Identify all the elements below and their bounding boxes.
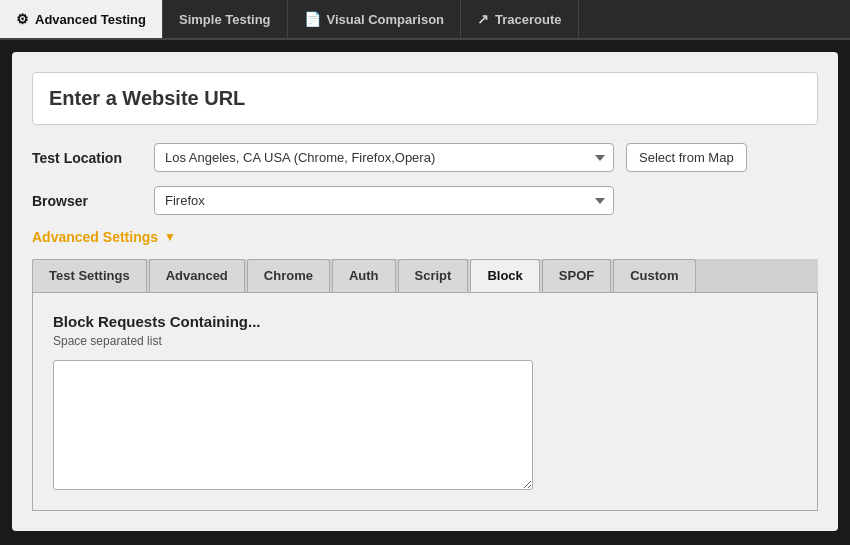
tab-advanced[interactable]: Advanced bbox=[149, 259, 245, 292]
tab-traceroute[interactable]: ↗ Traceroute bbox=[461, 0, 578, 38]
location-row: Test Location Los Angeles, CA USA (Chrom… bbox=[32, 143, 818, 172]
chevron-down-icon: ▼ bbox=[164, 230, 176, 244]
traceroute-icon: ↗ bbox=[477, 11, 489, 27]
tab-simple-testing-label: Simple Testing bbox=[179, 12, 271, 27]
advanced-settings-label: Advanced Settings bbox=[32, 229, 158, 245]
tab-test-settings[interactable]: Test Settings bbox=[32, 259, 147, 292]
url-input-container bbox=[32, 72, 818, 125]
tab-script[interactable]: Script bbox=[398, 259, 469, 292]
inner-tabs: Test Settings Advanced Chrome Auth Scrip… bbox=[32, 259, 818, 293]
block-tab-content: Block Requests Containing... Space separ… bbox=[32, 293, 818, 511]
advanced-testing-icon: ⚙ bbox=[16, 11, 29, 27]
visual-comparison-icon: 📄 bbox=[304, 11, 321, 27]
block-requests-title: Block Requests Containing... bbox=[53, 313, 797, 330]
tab-auth[interactable]: Auth bbox=[332, 259, 396, 292]
block-requests-textarea[interactable] bbox=[53, 360, 533, 490]
browser-row: Browser Firefox Chrome IE Safari bbox=[32, 186, 818, 215]
main-content: Test Location Los Angeles, CA USA (Chrom… bbox=[12, 52, 838, 531]
tab-advanced-testing[interactable]: ⚙ Advanced Testing bbox=[0, 0, 163, 38]
select-from-map-button[interactable]: Select from Map bbox=[626, 143, 747, 172]
tab-visual-comparison-label: Visual Comparison bbox=[327, 12, 445, 27]
tab-custom[interactable]: Custom bbox=[613, 259, 695, 292]
browser-label: Browser bbox=[32, 193, 142, 209]
tab-spof[interactable]: SPOF bbox=[542, 259, 611, 292]
tab-chrome[interactable]: Chrome bbox=[247, 259, 330, 292]
url-input[interactable] bbox=[49, 87, 801, 110]
browser-select[interactable]: Firefox Chrome IE Safari bbox=[154, 186, 614, 215]
block-requests-subtitle: Space separated list bbox=[53, 334, 797, 348]
advanced-settings-toggle[interactable]: Advanced Settings ▼ bbox=[32, 229, 818, 245]
location-label: Test Location bbox=[32, 150, 142, 166]
tab-traceroute-label: Traceroute bbox=[495, 12, 561, 27]
tab-advanced-testing-label: Advanced Testing bbox=[35, 12, 146, 27]
tab-simple-testing[interactable]: Simple Testing bbox=[163, 0, 288, 38]
tab-block[interactable]: Block bbox=[470, 259, 539, 292]
tab-visual-comparison[interactable]: 📄 Visual Comparison bbox=[288, 0, 462, 38]
top-nav: ⚙ Advanced Testing Simple Testing 📄 Visu… bbox=[0, 0, 850, 40]
location-select[interactable]: Los Angeles, CA USA (Chrome, Firefox,Ope… bbox=[154, 143, 614, 172]
